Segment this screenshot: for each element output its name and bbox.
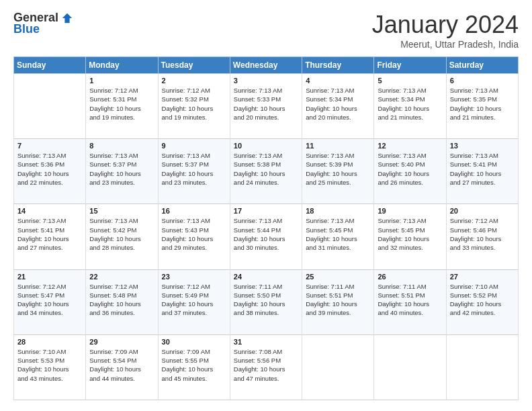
weekday-header: Tuesday [158, 57, 230, 74]
calendar-cell: 18Sunrise: 7:13 AMSunset: 5:45 PMDayligh… [302, 204, 374, 269]
calendar-cell: 24Sunrise: 7:11 AMSunset: 5:50 PMDayligh… [230, 269, 302, 334]
location: Meerut, Uttar Pradesh, India [372, 39, 519, 50]
day-info: Sunrise: 7:12 AMSunset: 5:48 PMDaylight:… [89, 282, 154, 318]
weekday-header: Monday [86, 57, 158, 74]
calendar-cell: 6Sunrise: 7:13 AMSunset: 5:35 PMDaylight… [446, 74, 518, 139]
calendar-body: 1Sunrise: 7:12 AMSunset: 5:31 PMDaylight… [14, 74, 519, 400]
calendar-cell: 14Sunrise: 7:13 AMSunset: 5:41 PMDayligh… [14, 204, 86, 269]
day-number: 2 [162, 77, 226, 85]
calendar-cell: 4Sunrise: 7:13 AMSunset: 5:34 PMDaylight… [302, 74, 374, 139]
calendar-week-row: 7Sunrise: 7:13 AMSunset: 5:36 PMDaylight… [14, 139, 519, 204]
day-number: 8 [89, 142, 154, 150]
day-number: 13 [450, 142, 515, 150]
day-number: 12 [378, 142, 442, 150]
calendar-week-row: 14Sunrise: 7:13 AMSunset: 5:41 PMDayligh… [14, 204, 519, 269]
day-info: Sunrise: 7:13 AMSunset: 5:42 PMDaylight:… [89, 216, 154, 252]
calendar-week-row: 21Sunrise: 7:12 AMSunset: 5:47 PMDayligh… [14, 269, 519, 334]
calendar-cell: 13Sunrise: 7:13 AMSunset: 5:41 PMDayligh… [446, 139, 518, 204]
day-number: 21 [17, 273, 82, 281]
weekday-header: Wednesday [230, 57, 302, 74]
calendar-cell [446, 334, 518, 400]
day-info: Sunrise: 7:11 AMSunset: 5:51 PMDaylight:… [378, 282, 442, 318]
calendar-cell: 30Sunrise: 7:09 AMSunset: 5:55 PMDayligh… [158, 334, 230, 400]
day-info: Sunrise: 7:13 AMSunset: 5:37 PMDaylight:… [89, 151, 154, 187]
day-number: 18 [306, 207, 370, 215]
calendar-cell: 3Sunrise: 7:13 AMSunset: 5:33 PMDaylight… [230, 74, 302, 139]
calendar-cell: 15Sunrise: 7:13 AMSunset: 5:42 PMDayligh… [86, 204, 158, 269]
day-number: 19 [378, 207, 442, 215]
calendar-cell: 2Sunrise: 7:12 AMSunset: 5:32 PMDaylight… [158, 74, 230, 139]
day-info: Sunrise: 7:13 AMSunset: 5:45 PMDaylight:… [378, 216, 442, 252]
day-info: Sunrise: 7:11 AMSunset: 5:51 PMDaylight:… [306, 282, 370, 318]
day-number: 25 [306, 273, 370, 281]
page: General Blue January 2024 Meerut, Uttar … [0, 0, 532, 411]
day-info: Sunrise: 7:13 AMSunset: 5:33 PMDaylight:… [234, 86, 298, 122]
calendar-cell [374, 334, 446, 400]
logo-icon [61, 12, 73, 24]
calendar-cell: 9Sunrise: 7:13 AMSunset: 5:37 PMDaylight… [158, 139, 230, 204]
logo-blue: Blue [13, 22, 40, 36]
day-number: 11 [306, 142, 370, 150]
calendar-cell: 29Sunrise: 7:09 AMSunset: 5:54 PMDayligh… [86, 334, 158, 400]
day-info: Sunrise: 7:13 AMSunset: 5:40 PMDaylight:… [378, 151, 442, 187]
calendar-cell: 19Sunrise: 7:13 AMSunset: 5:45 PMDayligh… [374, 204, 446, 269]
day-number: 30 [162, 338, 226, 346]
day-info: Sunrise: 7:13 AMSunset: 5:41 PMDaylight:… [450, 151, 515, 187]
day-number: 28 [17, 338, 82, 346]
weekday-header: Friday [374, 57, 446, 74]
month-title: January 2024 [372, 11, 519, 39]
day-number: 22 [89, 273, 154, 281]
day-number: 23 [162, 273, 226, 281]
calendar-cell: 31Sunrise: 7:08 AMSunset: 5:56 PMDayligh… [230, 334, 302, 400]
day-info: Sunrise: 7:11 AMSunset: 5:50 PMDaylight:… [234, 282, 298, 318]
day-info: Sunrise: 7:13 AMSunset: 5:34 PMDaylight:… [306, 86, 370, 122]
calendar-cell: 16Sunrise: 7:13 AMSunset: 5:43 PMDayligh… [158, 204, 230, 269]
day-info: Sunrise: 7:13 AMSunset: 5:34 PMDaylight:… [378, 86, 442, 122]
weekday-header: Sunday [14, 57, 86, 74]
weekday-row: SundayMondayTuesdayWednesdayThursdayFrid… [14, 57, 519, 74]
day-info: Sunrise: 7:13 AMSunset: 5:41 PMDaylight:… [17, 216, 82, 252]
day-number: 10 [234, 142, 298, 150]
calendar-cell: 5Sunrise: 7:13 AMSunset: 5:34 PMDaylight… [374, 74, 446, 139]
day-info: Sunrise: 7:08 AMSunset: 5:56 PMDaylight:… [234, 347, 298, 383]
day-info: Sunrise: 7:13 AMSunset: 5:44 PMDaylight:… [234, 216, 298, 252]
calendar-cell: 22Sunrise: 7:12 AMSunset: 5:48 PMDayligh… [86, 269, 158, 334]
calendar-cell: 17Sunrise: 7:13 AMSunset: 5:44 PMDayligh… [230, 204, 302, 269]
day-number: 27 [450, 273, 515, 281]
day-number: 15 [89, 207, 154, 215]
svg-marker-0 [62, 13, 72, 22]
calendar-week-row: 28Sunrise: 7:10 AMSunset: 5:53 PMDayligh… [14, 334, 519, 400]
day-info: Sunrise: 7:12 AMSunset: 5:32 PMDaylight:… [162, 86, 226, 122]
calendar-cell: 26Sunrise: 7:11 AMSunset: 5:51 PMDayligh… [374, 269, 446, 334]
day-info: Sunrise: 7:10 AMSunset: 5:52 PMDaylight:… [450, 282, 515, 318]
day-number: 29 [89, 338, 154, 346]
logo: General Blue [13, 11, 73, 36]
day-number: 16 [162, 207, 226, 215]
day-info: Sunrise: 7:09 AMSunset: 5:54 PMDaylight:… [89, 347, 154, 383]
day-info: Sunrise: 7:13 AMSunset: 5:37 PMDaylight:… [162, 151, 226, 187]
day-number: 9 [162, 142, 226, 150]
calendar-cell [302, 334, 374, 400]
calendar-cell: 28Sunrise: 7:10 AMSunset: 5:53 PMDayligh… [14, 334, 86, 400]
day-info: Sunrise: 7:13 AMSunset: 5:35 PMDaylight:… [450, 86, 515, 122]
day-info: Sunrise: 7:13 AMSunset: 5:43 PMDaylight:… [162, 216, 226, 252]
calendar-cell: 10Sunrise: 7:13 AMSunset: 5:38 PMDayligh… [230, 139, 302, 204]
calendar-cell: 12Sunrise: 7:13 AMSunset: 5:40 PMDayligh… [374, 139, 446, 204]
day-number: 24 [234, 273, 298, 281]
day-info: Sunrise: 7:12 AMSunset: 5:31 PMDaylight:… [89, 86, 154, 122]
day-number: 4 [306, 77, 370, 85]
calendar-cell: 21Sunrise: 7:12 AMSunset: 5:47 PMDayligh… [14, 269, 86, 334]
day-info: Sunrise: 7:13 AMSunset: 5:45 PMDaylight:… [306, 216, 370, 252]
title-section: January 2024 Meerut, Uttar Pradesh, Indi… [372, 11, 519, 50]
day-info: Sunrise: 7:13 AMSunset: 5:39 PMDaylight:… [306, 151, 370, 187]
weekday-header: Saturday [446, 57, 518, 74]
day-number: 3 [234, 77, 298, 85]
day-number: 31 [234, 338, 298, 346]
calendar-header: SundayMondayTuesdayWednesdayThursdayFrid… [14, 57, 519, 74]
day-info: Sunrise: 7:09 AMSunset: 5:55 PMDaylight:… [162, 347, 226, 383]
calendar-cell: 7Sunrise: 7:13 AMSunset: 5:36 PMDaylight… [14, 139, 86, 204]
day-number: 1 [89, 77, 154, 85]
day-number: 17 [234, 207, 298, 215]
calendar-cell: 27Sunrise: 7:10 AMSunset: 5:52 PMDayligh… [446, 269, 518, 334]
day-number: 14 [17, 207, 82, 215]
